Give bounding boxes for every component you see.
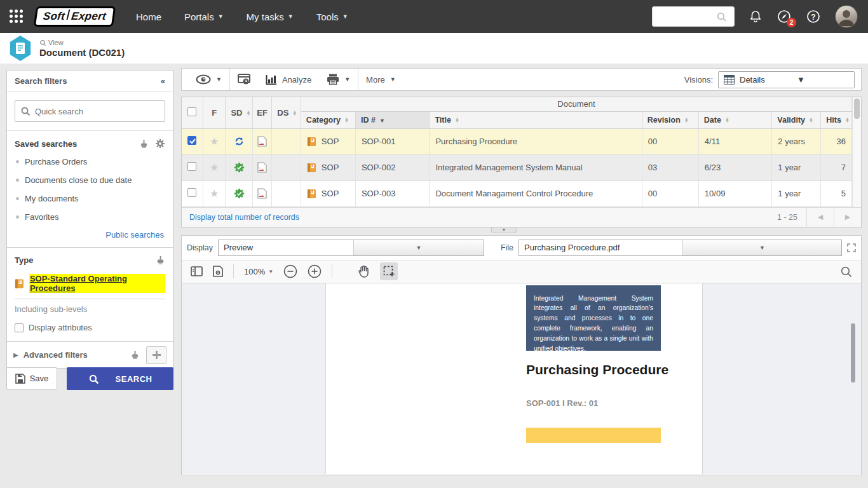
display-attributes-checkbox[interactable] xyxy=(15,323,24,332)
category-book-icon xyxy=(15,278,24,289)
nav-tools[interactable]: Tools▼ xyxy=(316,11,348,22)
display-attributes-label: Display attributes xyxy=(29,323,92,332)
preview-panel: Display Preview ▼ File Purchasing Proced… xyxy=(181,235,862,475)
table-row[interactable]: ★ SOP SOP-002 Integrated Management Syst… xyxy=(182,154,852,180)
saved-searches-title: Saved searches xyxy=(15,139,77,149)
display-select[interactable]: Preview ▼ xyxy=(218,240,484,256)
nav-my-tasks[interactable]: My tasks▼ xyxy=(247,11,294,22)
table-row[interactable]: ★ SOP SOP-003 Document Managament Contro… xyxy=(182,180,852,207)
global-search-box[interactable] xyxy=(652,6,735,27)
selected-type-link[interactable]: SOP-Standard Operating Procedures xyxy=(29,274,165,293)
favorite-star-icon[interactable]: ★ xyxy=(210,136,219,147)
pdf-sidebar-toggle-button[interactable] xyxy=(191,266,203,276)
column-ef[interactable]: EF xyxy=(252,97,271,128)
zoom-level-dropdown[interactable]: 100% ▼ xyxy=(244,267,273,276)
softexpert-logo[interactable]: Soft Expert xyxy=(34,6,116,27)
table-scrollbar[interactable] xyxy=(852,97,861,207)
help-button[interactable]: ? xyxy=(806,9,821,24)
marquee-select-button[interactable] xyxy=(380,262,398,280)
next-page-button[interactable]: ▶ xyxy=(834,207,861,227)
select-all-checkbox[interactable] xyxy=(187,107,196,116)
person-icon xyxy=(836,6,857,27)
column-category[interactable]: Category▲▼ xyxy=(301,111,355,128)
result-toolbar: ▼ Analyze ▼ More ▼ Visions: Details ▼ xyxy=(181,68,862,91)
analyze-label: Analyze xyxy=(282,75,311,85)
advanced-filters-section[interactable]: ▶ Advanced filters xyxy=(7,341,173,368)
gear-icon[interactable] xyxy=(155,139,165,149)
results-grid: F SD▲▼ EF DS▲▼ Document Category▲▼ ID #▼… xyxy=(181,97,862,227)
zoom-in-button[interactable] xyxy=(308,264,322,278)
public-searches-link[interactable]: Public searches xyxy=(15,226,165,241)
notifications-button[interactable] xyxy=(749,10,763,24)
chevron-down-icon: ▼ xyxy=(344,76,350,83)
highlight-bar xyxy=(526,428,661,443)
column-sd[interactable]: SD▲▼ xyxy=(226,97,253,128)
column-date[interactable]: Date▲▼ xyxy=(698,111,771,128)
clear-filter-icon[interactable] xyxy=(156,255,165,265)
divider xyxy=(233,264,234,278)
logo-divider xyxy=(67,10,71,20)
splitter-handle[interactable]: ▼ xyxy=(491,227,517,233)
view-button[interactable]: ▼ xyxy=(188,69,229,90)
favorite-star-icon[interactable]: ★ xyxy=(210,162,219,173)
search-button[interactable]: SEARCH xyxy=(67,367,173,390)
chevron-down-icon: ▼ xyxy=(353,240,484,255)
visions-select[interactable]: Details ▼ xyxy=(718,71,855,88)
row-checkbox[interactable] xyxy=(187,162,196,171)
apps-grid-icon[interactable] xyxy=(10,10,24,24)
pdf-page-options-button[interactable] xyxy=(213,266,223,277)
saved-search-purchase-orders[interactable]: Purchase Orders xyxy=(15,152,165,171)
row-checkbox[interactable] xyxy=(187,188,196,197)
nav-home[interactable]: Home xyxy=(136,11,161,22)
saved-search-favorites[interactable]: Favorites xyxy=(15,208,165,226)
add-filter-button[interactable] xyxy=(146,346,166,364)
nav-portals[interactable]: Portals▼ xyxy=(184,11,224,22)
clear-filter-icon[interactable] xyxy=(130,350,140,360)
pdf-file-icon[interactable] xyxy=(257,188,267,199)
assistant-button[interactable]: 2 xyxy=(776,9,792,24)
revision-schedule-button[interactable] xyxy=(230,69,258,90)
save-button[interactable]: Save xyxy=(6,367,57,390)
sidebar-toggle-icon xyxy=(191,266,203,276)
column-favorite[interactable]: F xyxy=(203,97,225,128)
pdf-file-icon[interactable] xyxy=(257,162,267,173)
zoom-out-button[interactable] xyxy=(283,264,297,278)
column-id[interactable]: ID #▼ xyxy=(355,111,429,128)
column-ds[interactable]: DS▲▼ xyxy=(272,97,301,128)
column-title[interactable]: Title▲▼ xyxy=(430,111,642,128)
hand-tool-button[interactable] xyxy=(358,265,370,278)
column-hits[interactable]: Hits▲▼ xyxy=(821,111,852,128)
total-records-link[interactable]: Display total number of records xyxy=(189,213,299,222)
saved-search-due-date[interactable]: Documents close to due date xyxy=(15,171,165,189)
user-avatar[interactable] xyxy=(835,5,858,28)
marquee-select-icon xyxy=(383,266,395,277)
panel-splitter[interactable]: ▼ xyxy=(181,227,862,235)
favorite-star-icon[interactable]: ★ xyxy=(210,188,219,199)
pdf-file-icon[interactable] xyxy=(257,136,267,147)
file-select[interactable]: Purchasing Procedure.pdf ▼ xyxy=(519,240,842,256)
column-validity[interactable]: Validity▲▼ xyxy=(772,111,821,128)
page-title: Document (DC021) xyxy=(39,47,125,58)
collapse-panel-icon[interactable]: « xyxy=(161,76,165,86)
table-row[interactable]: ★ SOP SOP-001 Purchasing Procedure 00 4/… xyxy=(182,128,852,154)
document-callout: Integrated Management System integrates … xyxy=(526,285,661,351)
sort-icon: ▲▼ xyxy=(455,118,459,123)
scrollbar-thumb[interactable] xyxy=(854,98,860,119)
global-search-input[interactable] xyxy=(653,8,716,25)
fullscreen-button[interactable] xyxy=(847,243,856,252)
column-revision[interactable]: Revision▲▼ xyxy=(642,111,698,128)
prev-page-button[interactable]: ◀ xyxy=(806,207,834,227)
print-button[interactable]: ▼ xyxy=(319,69,358,90)
row-checkbox[interactable] xyxy=(187,136,196,145)
analyze-button[interactable]: Analyze xyxy=(258,69,319,90)
more-button[interactable]: More ▼ xyxy=(358,69,403,90)
sort-icon: ▲▼ xyxy=(344,118,349,123)
saved-search-my-documents[interactable]: My documents xyxy=(15,189,165,208)
pdf-viewer[interactable]: Integrated Management System integrates … xyxy=(182,283,861,474)
clear-filter-icon[interactable] xyxy=(139,139,149,149)
quick-search-input[interactable] xyxy=(35,107,159,116)
pdf-search-button[interactable] xyxy=(840,266,852,278)
pdf-page: Integrated Management System integrates … xyxy=(325,283,703,474)
pdf-scrollbar-thumb[interactable] xyxy=(851,323,855,383)
file-label: File xyxy=(501,243,513,252)
